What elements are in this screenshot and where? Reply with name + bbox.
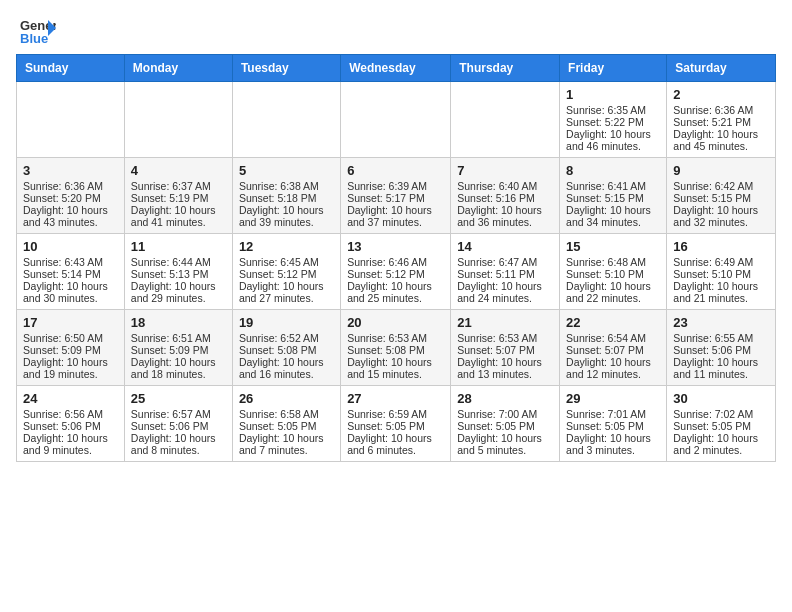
logo-icon: General Blue bbox=[20, 16, 56, 46]
svg-text:Blue: Blue bbox=[20, 31, 48, 46]
daylight-info: Daylight: 10 hours and 19 minutes. bbox=[23, 356, 118, 380]
daylight-info: Daylight: 10 hours and 39 minutes. bbox=[239, 204, 334, 228]
calendar-cell: 7Sunrise: 6:40 AMSunset: 5:16 PMDaylight… bbox=[451, 158, 560, 234]
day-number: 3 bbox=[23, 163, 118, 178]
day-number: 5 bbox=[239, 163, 334, 178]
sunset-info: Sunset: 5:14 PM bbox=[23, 268, 118, 280]
sunrise-info: Sunrise: 6:52 AM bbox=[239, 332, 334, 344]
calendar-cell: 9Sunrise: 6:42 AMSunset: 5:15 PMDaylight… bbox=[667, 158, 776, 234]
sunset-info: Sunset: 5:11 PM bbox=[457, 268, 553, 280]
daylight-info: Daylight: 10 hours and 45 minutes. bbox=[673, 128, 769, 152]
daylight-info: Daylight: 10 hours and 25 minutes. bbox=[347, 280, 444, 304]
sunrise-info: Sunrise: 6:49 AM bbox=[673, 256, 769, 268]
daylight-info: Daylight: 10 hours and 27 minutes. bbox=[239, 280, 334, 304]
calendar-cell: 17Sunrise: 6:50 AMSunset: 5:09 PMDayligh… bbox=[17, 310, 125, 386]
calendar-cell: 8Sunrise: 6:41 AMSunset: 5:15 PMDaylight… bbox=[560, 158, 667, 234]
calendar-cell bbox=[124, 82, 232, 158]
sunset-info: Sunset: 5:05 PM bbox=[347, 420, 444, 432]
sunset-info: Sunset: 5:06 PM bbox=[23, 420, 118, 432]
sunset-info: Sunset: 5:12 PM bbox=[239, 268, 334, 280]
logo: General Blue bbox=[20, 16, 56, 46]
sunrise-info: Sunrise: 6:41 AM bbox=[566, 180, 660, 192]
day-number: 25 bbox=[131, 391, 226, 406]
daylight-info: Daylight: 10 hours and 43 minutes. bbox=[23, 204, 118, 228]
sunset-info: Sunset: 5:15 PM bbox=[566, 192, 660, 204]
sunrise-info: Sunrise: 6:58 AM bbox=[239, 408, 334, 420]
calendar-cell: 22Sunrise: 6:54 AMSunset: 5:07 PMDayligh… bbox=[560, 310, 667, 386]
calendar-week-row: 10Sunrise: 6:43 AMSunset: 5:14 PMDayligh… bbox=[17, 234, 776, 310]
sunrise-info: Sunrise: 6:53 AM bbox=[457, 332, 553, 344]
sunset-info: Sunset: 5:17 PM bbox=[347, 192, 444, 204]
calendar-cell: 23Sunrise: 6:55 AMSunset: 5:06 PMDayligh… bbox=[667, 310, 776, 386]
calendar-cell: 29Sunrise: 7:01 AMSunset: 5:05 PMDayligh… bbox=[560, 386, 667, 462]
day-number: 12 bbox=[239, 239, 334, 254]
day-number: 1 bbox=[566, 87, 660, 102]
calendar-table: SundayMondayTuesdayWednesdayThursdayFrid… bbox=[16, 54, 776, 462]
calendar-cell: 20Sunrise: 6:53 AMSunset: 5:08 PMDayligh… bbox=[341, 310, 451, 386]
sunrise-info: Sunrise: 6:46 AM bbox=[347, 256, 444, 268]
calendar-cell: 19Sunrise: 6:52 AMSunset: 5:08 PMDayligh… bbox=[232, 310, 340, 386]
calendar-cell: 6Sunrise: 6:39 AMSunset: 5:17 PMDaylight… bbox=[341, 158, 451, 234]
calendar-cell: 24Sunrise: 6:56 AMSunset: 5:06 PMDayligh… bbox=[17, 386, 125, 462]
calendar-cell: 4Sunrise: 6:37 AMSunset: 5:19 PMDaylight… bbox=[124, 158, 232, 234]
calendar-week-row: 3Sunrise: 6:36 AMSunset: 5:20 PMDaylight… bbox=[17, 158, 776, 234]
sunrise-info: Sunrise: 6:36 AM bbox=[673, 104, 769, 116]
sunset-info: Sunset: 5:06 PM bbox=[131, 420, 226, 432]
calendar-cell: 1Sunrise: 6:35 AMSunset: 5:22 PMDaylight… bbox=[560, 82, 667, 158]
daylight-info: Daylight: 10 hours and 46 minutes. bbox=[566, 128, 660, 152]
sunset-info: Sunset: 5:08 PM bbox=[239, 344, 334, 356]
calendar-cell bbox=[232, 82, 340, 158]
day-header-saturday: Saturday bbox=[667, 55, 776, 82]
daylight-info: Daylight: 10 hours and 8 minutes. bbox=[131, 432, 226, 456]
sunset-info: Sunset: 5:09 PM bbox=[23, 344, 118, 356]
day-number: 27 bbox=[347, 391, 444, 406]
day-number: 17 bbox=[23, 315, 118, 330]
day-number: 26 bbox=[239, 391, 334, 406]
day-number: 18 bbox=[131, 315, 226, 330]
calendar-cell: 21Sunrise: 6:53 AMSunset: 5:07 PMDayligh… bbox=[451, 310, 560, 386]
calendar-body: 1Sunrise: 6:35 AMSunset: 5:22 PMDaylight… bbox=[17, 82, 776, 462]
day-header-thursday: Thursday bbox=[451, 55, 560, 82]
sunrise-info: Sunrise: 6:35 AM bbox=[566, 104, 660, 116]
sunset-info: Sunset: 5:10 PM bbox=[673, 268, 769, 280]
daylight-info: Daylight: 10 hours and 7 minutes. bbox=[239, 432, 334, 456]
day-number: 22 bbox=[566, 315, 660, 330]
sunset-info: Sunset: 5:08 PM bbox=[347, 344, 444, 356]
day-number: 16 bbox=[673, 239, 769, 254]
sunset-info: Sunset: 5:16 PM bbox=[457, 192, 553, 204]
sunset-info: Sunset: 5:05 PM bbox=[673, 420, 769, 432]
day-header-tuesday: Tuesday bbox=[232, 55, 340, 82]
daylight-info: Daylight: 10 hours and 30 minutes. bbox=[23, 280, 118, 304]
day-number: 11 bbox=[131, 239, 226, 254]
daylight-info: Daylight: 10 hours and 29 minutes. bbox=[131, 280, 226, 304]
daylight-info: Daylight: 10 hours and 18 minutes. bbox=[131, 356, 226, 380]
day-number: 9 bbox=[673, 163, 769, 178]
day-number: 2 bbox=[673, 87, 769, 102]
sunset-info: Sunset: 5:06 PM bbox=[673, 344, 769, 356]
sunset-info: Sunset: 5:10 PM bbox=[566, 268, 660, 280]
calendar-week-row: 24Sunrise: 6:56 AMSunset: 5:06 PMDayligh… bbox=[17, 386, 776, 462]
sunrise-info: Sunrise: 6:59 AM bbox=[347, 408, 444, 420]
calendar-cell: 28Sunrise: 7:00 AMSunset: 5:05 PMDayligh… bbox=[451, 386, 560, 462]
sunset-info: Sunset: 5:07 PM bbox=[457, 344, 553, 356]
sunset-info: Sunset: 5:19 PM bbox=[131, 192, 226, 204]
daylight-info: Daylight: 10 hours and 2 minutes. bbox=[673, 432, 769, 456]
sunset-info: Sunset: 5:22 PM bbox=[566, 116, 660, 128]
daylight-info: Daylight: 10 hours and 9 minutes. bbox=[23, 432, 118, 456]
calendar-cell bbox=[451, 82, 560, 158]
calendar-cell: 13Sunrise: 6:46 AMSunset: 5:12 PMDayligh… bbox=[341, 234, 451, 310]
sunrise-info: Sunrise: 6:42 AM bbox=[673, 180, 769, 192]
day-number: 23 bbox=[673, 315, 769, 330]
day-number: 4 bbox=[131, 163, 226, 178]
day-number: 30 bbox=[673, 391, 769, 406]
sunrise-info: Sunrise: 6:54 AM bbox=[566, 332, 660, 344]
daylight-info: Daylight: 10 hours and 24 minutes. bbox=[457, 280, 553, 304]
day-number: 29 bbox=[566, 391, 660, 406]
calendar-cell: 16Sunrise: 6:49 AMSunset: 5:10 PMDayligh… bbox=[667, 234, 776, 310]
sunrise-info: Sunrise: 6:43 AM bbox=[23, 256, 118, 268]
calendar-cell: 26Sunrise: 6:58 AMSunset: 5:05 PMDayligh… bbox=[232, 386, 340, 462]
sunrise-info: Sunrise: 6:51 AM bbox=[131, 332, 226, 344]
calendar-cell bbox=[17, 82, 125, 158]
daylight-info: Daylight: 10 hours and 11 minutes. bbox=[673, 356, 769, 380]
daylight-info: Daylight: 10 hours and 34 minutes. bbox=[566, 204, 660, 228]
